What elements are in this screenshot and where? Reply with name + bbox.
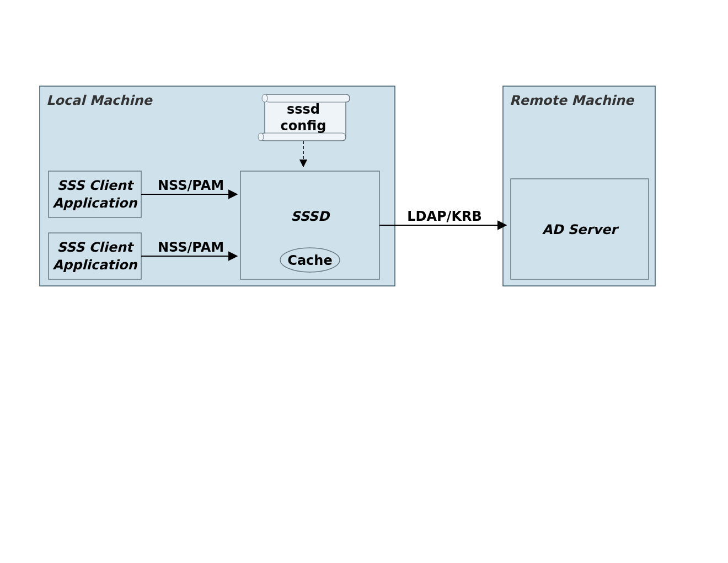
client-app-2-line2: Application [52,257,137,273]
edge-label-client1: NSS/PAM [158,178,224,193]
ad-server-label: AD Server [542,222,619,237]
sssd-config-line1: sssd [287,102,320,117]
edge-label-sssd-ad: LDAP/KRB [407,209,482,224]
client-app-2-line1: SSS Client [57,240,135,255]
architecture-diagram: Local Machine Remote Machine SSS Client … [0,0,728,563]
edge-label-client2: NSS/PAM [158,240,224,255]
svg-point-0 [262,94,267,102]
cache-label: Cache [287,253,332,268]
remote-machine-title: Remote Machine [510,93,635,108]
client-app-1-line1: SSS Client [57,178,135,193]
sssd-config-line2: config [281,118,326,134]
sssd-label: SSSD [291,209,330,224]
svg-point-1 [258,133,264,141]
client-app-1-line2: Application [52,195,137,211]
local-machine-title: Local Machine [46,93,153,108]
